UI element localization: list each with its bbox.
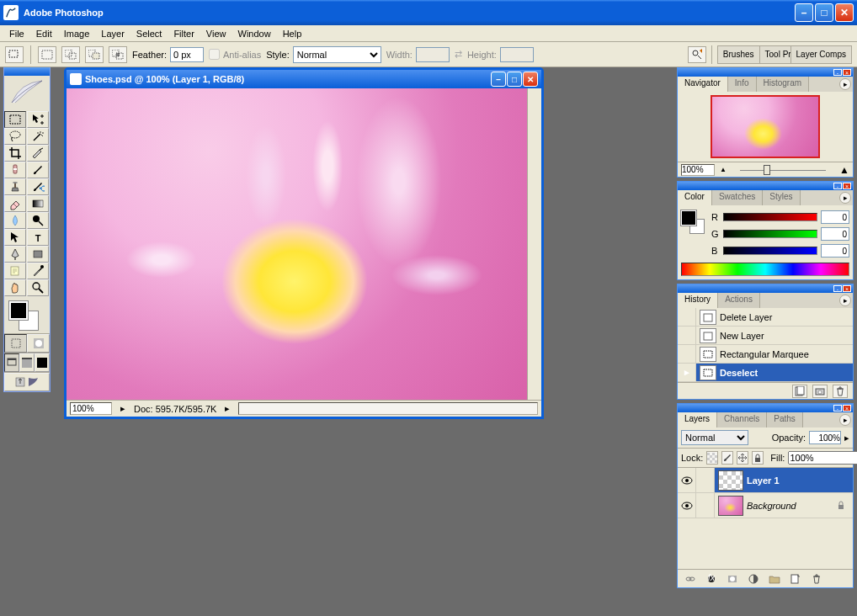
new-document-from-state-button[interactable] xyxy=(792,385,807,398)
palette-minimize-button[interactable]: - xyxy=(833,183,842,189)
menu-layer[interactable]: Layer xyxy=(95,27,130,40)
g-input[interactable] xyxy=(821,227,849,241)
g-slider[interactable] xyxy=(723,230,817,238)
palette-close-button[interactable]: × xyxy=(843,69,851,76)
file-browser-button[interactable] xyxy=(688,46,706,63)
blend-mode-select[interactable]: Normal xyxy=(681,430,748,445)
tab-layers[interactable]: Layers xyxy=(678,412,717,427)
close-button[interactable]: ✕ xyxy=(835,3,854,22)
menu-edit[interactable]: Edit xyxy=(30,27,58,40)
menu-image[interactable]: Image xyxy=(58,27,96,40)
palette-minimize-button[interactable]: - xyxy=(833,405,842,412)
fill-input[interactable] xyxy=(788,451,857,465)
layer-item[interactable]: Background xyxy=(678,493,853,518)
style-select[interactable]: Normal xyxy=(293,46,381,63)
opacity-arrow-icon[interactable]: ▸ xyxy=(844,433,849,443)
dodge-tool[interactable] xyxy=(27,212,49,229)
palette-minimize-button[interactable]: - xyxy=(833,69,842,76)
horizontal-scrollbar[interactable] xyxy=(238,402,538,415)
jump-to-imageready-button[interactable] xyxy=(4,373,50,391)
doc-maximize-button[interactable]: □ xyxy=(507,72,522,87)
slice-tool[interactable] xyxy=(27,145,49,162)
gradient-tool[interactable] xyxy=(27,195,49,212)
navigator-thumbnail[interactable] xyxy=(711,95,820,158)
eraser-tool[interactable] xyxy=(4,195,26,212)
standard-screen-button[interactable] xyxy=(4,353,19,372)
tab-history[interactable]: History xyxy=(678,293,718,308)
document-canvas[interactable] xyxy=(67,88,541,400)
lock-all-button[interactable] xyxy=(752,451,764,465)
tab-channels[interactable]: Channels xyxy=(717,412,767,427)
zoom-input[interactable] xyxy=(70,402,112,415)
full-screen-button[interactable] xyxy=(35,353,50,372)
lock-transparency-button[interactable] xyxy=(706,451,718,465)
maximize-button[interactable]: □ xyxy=(815,3,833,22)
tab-actions[interactable]: Actions xyxy=(718,293,760,308)
tab-color[interactable]: Color xyxy=(678,190,712,205)
menu-filter[interactable]: Filter xyxy=(168,27,200,40)
lock-image-button[interactable] xyxy=(721,451,733,465)
quick-mask-button[interactable] xyxy=(27,334,50,353)
status-arrow-icon[interactable]: ▸ xyxy=(120,403,125,414)
layer-name[interactable]: Background xyxy=(747,501,836,511)
new-layer-button[interactable] xyxy=(787,571,804,587)
marquee-tool[interactable] xyxy=(4,111,26,128)
standard-mode-button[interactable] xyxy=(4,334,27,353)
r-slider[interactable] xyxy=(723,213,817,221)
magic-wand-tool[interactable] xyxy=(27,128,49,145)
full-screen-menubar-button[interactable] xyxy=(19,353,35,372)
zoom-tool[interactable] xyxy=(27,279,49,296)
blur-tool[interactable] xyxy=(4,212,26,229)
palette-menu-button[interactable]: ▸ xyxy=(839,414,851,426)
palette-menu-button[interactable]: ▸ xyxy=(839,295,851,306)
path-selection-tool[interactable] xyxy=(4,229,26,246)
color-spectrum[interactable] xyxy=(681,263,849,276)
history-brush-tool[interactable] xyxy=(27,178,49,195)
tool-preset-picker[interactable] xyxy=(5,46,24,63)
doc-minimize-button[interactable]: – xyxy=(491,72,506,87)
palette-well-tool-presets[interactable]: Tool Presets xyxy=(759,45,791,64)
visibility-toggle[interactable] xyxy=(678,493,696,518)
history-item[interactable]: Rectangular Marquee xyxy=(678,345,853,364)
layer-style-button[interactable]: fx xyxy=(703,571,720,587)
palette-minimize-button[interactable]: - xyxy=(833,285,842,292)
shape-tool[interactable] xyxy=(27,246,49,263)
subtract-selection-button[interactable] xyxy=(85,46,104,63)
intersect-selection-button[interactable] xyxy=(109,46,127,63)
tab-navigator[interactable]: Navigator xyxy=(678,77,728,92)
zoom-in-icon[interactable]: ▲ xyxy=(839,164,849,176)
history-item[interactable]: Delete Layer xyxy=(678,308,853,327)
minimize-button[interactable]: – xyxy=(795,3,813,22)
palette-close-button[interactable]: × xyxy=(843,405,851,412)
layer-name[interactable]: Layer 1 xyxy=(747,475,853,486)
delete-state-button[interactable] xyxy=(833,385,848,398)
new-selection-button[interactable] xyxy=(38,46,56,63)
lasso-tool[interactable] xyxy=(4,128,26,145)
adjustment-layer-button[interactable] xyxy=(745,571,762,587)
menu-help[interactable]: Help xyxy=(277,27,308,40)
tab-histogram[interactable]: Histogram xyxy=(757,77,810,92)
new-snapshot-button[interactable] xyxy=(812,385,828,398)
crop-tool[interactable] xyxy=(4,145,26,162)
palette-close-button[interactable]: × xyxy=(843,285,851,292)
palette-well-layer-comps[interactable]: Layer Comps xyxy=(790,45,852,64)
color-fg-swatch[interactable] xyxy=(681,210,696,226)
history-item[interactable]: ▸Deselect xyxy=(678,364,853,382)
menu-select[interactable]: Select xyxy=(130,27,168,40)
zoom-slider[interactable] xyxy=(732,167,834,173)
move-tool[interactable] xyxy=(27,111,49,128)
feather-input[interactable] xyxy=(170,47,204,62)
layer-thumbnail[interactable] xyxy=(718,496,743,516)
clone-stamp-tool[interactable] xyxy=(4,178,26,195)
tab-paths[interactable]: Paths xyxy=(767,412,803,427)
menu-window[interactable]: Window xyxy=(232,27,277,40)
type-tool[interactable]: T xyxy=(27,229,49,246)
zoom-out-icon[interactable]: ▲ xyxy=(720,166,727,173)
visibility-toggle[interactable] xyxy=(678,468,696,492)
menu-view[interactable]: View xyxy=(200,27,232,40)
tab-swatches[interactable]: Swatches xyxy=(712,190,763,205)
delete-layer-button[interactable] xyxy=(808,571,825,587)
notes-tool[interactable] xyxy=(4,263,26,279)
b-slider[interactable] xyxy=(723,247,817,255)
palette-menu-button[interactable]: ▸ xyxy=(839,78,851,90)
